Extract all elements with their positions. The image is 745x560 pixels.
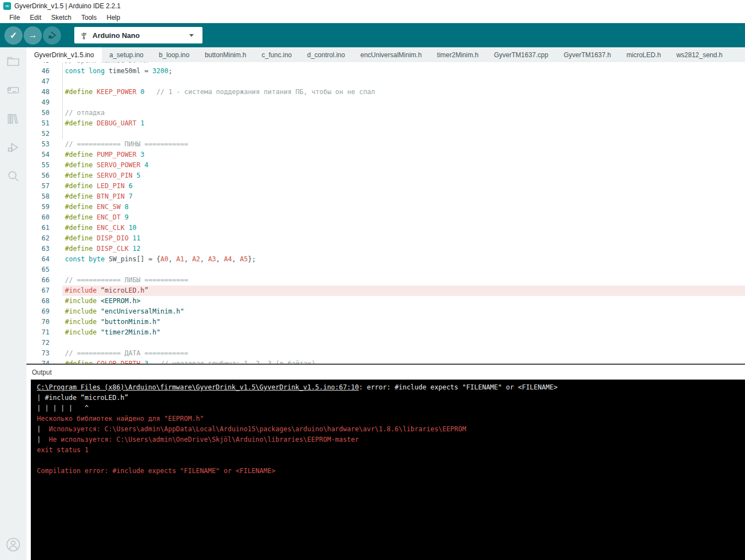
code-text: #define DEBUG_UART 1 — [62, 118, 745, 129]
code-line[interactable]: 67#include “microLED.h” — [26, 286, 745, 296]
tab-GyverTM1637.cpp[interactable]: GyverTM1637.cpp — [486, 47, 556, 62]
line-number: 74 — [26, 359, 62, 364]
boards-manager-icon — [6, 83, 20, 97]
code-line[interactable]: 64const byte SW_pins[] = {A0, A1, A2, A3… — [26, 254, 745, 265]
code-line[interactable]: 70#include "buttonMinim.h" — [26, 317, 745, 327]
code-line[interactable]: 55#define SERVO_POWER 4 — [26, 160, 745, 171]
tab-b_loop.ino[interactable]: b_loop.ino — [151, 47, 197, 62]
code-text: #define ENC_CLK 10 — [62, 223, 745, 233]
library-manager-icon — [6, 112, 20, 126]
code-line[interactable]: 74#define COLOR_DEPTH 3 // цветовая глуб… — [26, 359, 745, 364]
code-line[interactable]: 51#define DEBUG_UART 1 — [26, 118, 745, 129]
sidebar-item-search[interactable] — [0, 162, 26, 190]
line-number: 51 — [26, 118, 62, 129]
code-line[interactable]: 54#define PUMP_POWER 3 — [26, 150, 745, 160]
tab-microLED.h[interactable]: microLED.h — [618, 47, 669, 62]
board-selector-dropdown[interactable]: Arduino Nano — [74, 27, 202, 43]
tab-encUniversalMinim.h[interactable]: encUniversalMinim.h — [353, 47, 429, 62]
code-line[interactable]: 48#define KEEP_POWER 0 // 1 - система по… — [26, 87, 745, 97]
code-line[interactable]: 71#include "timer2Minim.h" — [26, 327, 745, 338]
line-number: 68 — [26, 296, 62, 306]
line-number: 64 — [26, 254, 62, 265]
usb-icon — [80, 31, 88, 40]
tab-ws2812_send.h[interactable]: ws2812_send.h — [669, 47, 730, 62]
upload-button[interactable]: → — [24, 26, 42, 45]
code-line[interactable]: 68#include <EEPROM.h> — [26, 296, 745, 306]
code-line[interactable]: 59#define ENC_SW 8 — [26, 202, 745, 212]
search-icon — [6, 169, 20, 183]
tab-a_setup.ino[interactable]: a_setup.ino — [102, 47, 151, 62]
error-location-link[interactable]: C:\Program Files (x86)\Arduino\firmware\… — [37, 383, 359, 391]
code-text: #define BTN_PIN 7 — [62, 191, 745, 202]
window-title: GyverDrink_v1.5 | Arduino IDE 2.2.1 — [14, 2, 120, 10]
code-line[interactable]: 63#define DISP_CLK 12 — [26, 244, 745, 254]
line-number: 58 — [26, 191, 62, 202]
code-text: const byte SW_pins[] = {A0, A1, A2, A3, … — [62, 254, 745, 265]
code-text: #define DISP_DIO 11 — [62, 233, 745, 244]
console-line: | | | | | ^ — [37, 403, 745, 414]
tab-d_control.ino[interactable]: d_control.ino — [299, 47, 353, 62]
sidebar-item-sketchbook[interactable] — [0, 47, 26, 76]
menu-tools[interactable]: Tools — [76, 13, 102, 23]
debug-icon — [47, 30, 57, 40]
code-line[interactable]: 66// =========== ЛИБЫ =========== — [26, 275, 745, 286]
code-line[interactable]: 61#define ENC_CLK 10 — [26, 223, 745, 233]
toolbar: ✓ → Arduino Nano — [0, 23, 745, 47]
selected-board-label: Arduino Nano — [92, 31, 189, 40]
code-line[interactable]: 49 — [26, 97, 745, 108]
line-number: 56 — [26, 171, 62, 181]
line-number: 62 — [26, 233, 62, 244]
code-line[interactable]: 58#define BTN_PIN 7 — [26, 191, 745, 202]
line-number: 71 — [26, 327, 62, 338]
sidebar-item-account[interactable] — [0, 534, 26, 556]
line-number: 59 — [26, 202, 62, 212]
menu-file[interactable]: File — [4, 13, 25, 23]
console-line: C:\Program Files (x86)\Arduino\firmware\… — [37, 382, 745, 393]
verify-button[interactable]: ✓ — [4, 26, 23, 45]
tab-c_func.ino[interactable]: c_func.ino — [254, 47, 300, 62]
code-line[interactable]: 47 — [26, 76, 745, 87]
code-line[interactable]: 56#define SERVO_PIN 5 — [26, 171, 745, 181]
code-line[interactable]: 45// время налива 50 мл — [26, 62, 745, 66]
code-line[interactable]: 72 — [26, 338, 745, 348]
code-line[interactable]: 60#define ENC_DT 9 — [26, 212, 745, 223]
code-text: const long time50ml = 3200; — [62, 66, 745, 76]
tab-GyverDrink_v1.5.ino[interactable]: GyverDrink_v1.5.ino — [26, 47, 102, 62]
code-line[interactable]: 65 — [26, 265, 745, 275]
code-text: #include <EEPROM.h> — [62, 296, 745, 306]
code-line[interactable]: 57#define LED_PIN 6 — [26, 181, 745, 191]
code-line[interactable]: 52 — [26, 129, 745, 139]
sidebar-item-library-manager[interactable] — [0, 105, 26, 133]
menu-edit[interactable]: Edit — [25, 13, 46, 23]
line-number: 73 — [26, 348, 62, 359]
code-text: // =========== ЛИБЫ =========== — [62, 275, 745, 286]
code-line[interactable]: 73// =========== ДАТА =========== — [26, 348, 745, 359]
line-number: 69 — [26, 306, 62, 317]
line-number: 49 — [26, 97, 62, 108]
code-line[interactable]: 69#include "encUniversalMinim.h" — [26, 306, 745, 317]
menu-help[interactable]: Help — [102, 13, 125, 23]
code-line[interactable]: 46const long time50ml = 3200; — [26, 66, 745, 76]
tab-timer2Minim.h[interactable]: timer2Minim.h — [429, 47, 486, 62]
console-line: Несколько библиотек найдено для "EEPROM.… — [37, 414, 745, 424]
code-text: // =========== ПИНЫ =========== — [62, 139, 745, 150]
code-text: #include "encUniversalMinim.h" — [62, 306, 745, 317]
sidebar-item-boards-manager[interactable] — [0, 76, 26, 105]
debug-button[interactable] — [43, 26, 61, 45]
code-text — [62, 97, 745, 108]
code-text — [62, 265, 745, 275]
code-line[interactable]: 50// отладка — [26, 108, 745, 118]
code-text: #define COLOR_DEPTH 3 // цветовая глубин… — [62, 359, 745, 364]
line-number: 47 — [26, 76, 62, 87]
tab-buttonMinim.h[interactable]: buttonMinim.h — [197, 47, 254, 62]
output-title: Output — [32, 369, 52, 376]
code-line[interactable]: 53// =========== ПИНЫ =========== — [26, 139, 745, 150]
sidebar-item-debug[interactable] — [0, 133, 26, 162]
line-number: 63 — [26, 244, 62, 254]
code-text: #include "timer2Minim.h" — [62, 327, 745, 338]
menu-sketch[interactable]: Sketch — [46, 13, 76, 23]
code-text: #define LED_PIN 6 — [62, 181, 745, 191]
code-editor[interactable]: 45// время налива 50 мл46const long time… — [26, 62, 745, 364]
code-line[interactable]: 62#define DISP_DIO 11 — [26, 233, 745, 244]
tab-GyverTM1637.h[interactable]: GyverTM1637.h — [556, 47, 618, 62]
